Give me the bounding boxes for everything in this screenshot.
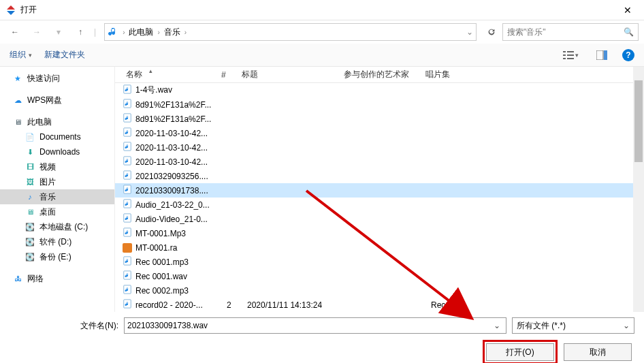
file-name: Rec 0001.mp3	[135, 257, 227, 267]
open-button[interactable]: 打开(O)	[486, 343, 554, 361]
help-button[interactable]: ?	[622, 49, 634, 61]
svg-rect-5	[567, 54, 574, 56]
drive-icon: 💽	[25, 221, 35, 232]
sidebar-item-quickaccess[interactable]: ★ 快速访问	[0, 71, 114, 86]
path-dropdown-icon[interactable]: ⌄	[466, 27, 473, 37]
search-icon[interactable]: 🔍	[624, 27, 634, 37]
cancel-button[interactable]: 取消	[564, 343, 632, 361]
chevron-right-icon: ›	[156, 29, 161, 36]
svg-marker-0	[7, 5, 15, 10]
col-artist[interactable]: 参与创作的艺术家	[340, 69, 421, 80]
chevron-right-icon: ›	[121, 29, 126, 36]
column-header: ▴ 名称 # 标题 参与创作的艺术家 唱片集	[115, 67, 644, 83]
audio-file-icon	[122, 271, 133, 282]
crumb-thispc[interactable]: 此电脑	[126, 27, 156, 38]
file-row[interactable]: 2020-11-03-10-42...	[115, 140, 644, 155]
recent-dropdown[interactable]: ▾	[49, 22, 68, 42]
organize-button[interactable]: 组织▾	[10, 49, 32, 61]
refresh-button[interactable]	[483, 24, 500, 40]
sidebar-item-desktop[interactable]: 🖥 桌面	[0, 204, 114, 219]
file-row[interactable]: Rec 0002.mp3	[115, 283, 644, 298]
filename-dropdown-icon[interactable]: ⌄	[491, 321, 503, 330]
file-row[interactable]: 20210329093256....	[115, 169, 644, 183]
audio-file-icon	[122, 300, 133, 311]
file-row[interactable]: Audio-Video_21-0...	[115, 212, 644, 226]
svg-rect-2	[563, 51, 566, 52]
file-row[interactable]: 2020-11-03-10-42...	[115, 155, 644, 169]
audio-file-icon	[122, 257, 133, 268]
file-row[interactable]: Audio_21-03-22_0...	[115, 198, 644, 212]
file-name: 20210329093256....	[135, 172, 227, 181]
preview-pane-button[interactable]	[594, 49, 610, 61]
filename-field[interactable]: ⌄	[124, 317, 506, 334]
filename-label: 文件名(N):	[10, 320, 118, 332]
audio-file-icon	[122, 142, 133, 153]
audio-file-icon	[122, 114, 133, 125]
sort-asc-icon: ▴	[149, 67, 152, 74]
svg-rect-9	[604, 50, 607, 60]
app-icon	[5, 5, 16, 16]
col-album[interactable]: 唱片集	[421, 69, 644, 80]
dialog-body: ★ 快速访问 ☁ WPS网盘 🖥 此电脑 📄 Documents ⬇ Downl…	[0, 67, 644, 312]
sidebar-item-network[interactable]: 🖧 网络	[0, 271, 114, 286]
search-box[interactable]: 🔍	[502, 23, 639, 41]
nav-separator: |	[94, 27, 96, 37]
col-number[interactable]: #	[217, 70, 238, 80]
view-mode-button[interactable]: ▾	[560, 49, 581, 61]
scrollbar-thumb[interactable]	[634, 80, 643, 162]
file-name: 20210330091738....	[135, 186, 227, 195]
sidebar-item-videos[interactable]: 🎞 视频	[0, 159, 114, 174]
breadcrumb[interactable]: › 此电脑 › 音乐 › ⌄	[104, 23, 477, 41]
file-row[interactable]: 20210330091738....	[115, 183, 644, 198]
file-row[interactable]: 2020-11-03-10-42...	[115, 126, 644, 140]
svg-rect-4	[563, 54, 566, 56]
sidebar-item-backup-e[interactable]: 💽 备份 (E:)	[0, 249, 114, 264]
toolbar: 组织▾ 新建文件夹 ▾ ?	[0, 44, 644, 67]
sidebar-item-soft-d[interactable]: 💽 软件 (D:)	[0, 234, 114, 249]
scrollbar[interactable]	[633, 67, 644, 312]
chevron-right-icon: ›	[183, 29, 188, 36]
window-title: 打开	[20, 4, 617, 16]
filetype-filter[interactable]: 所有文件 (*.*) ⌄	[512, 317, 634, 334]
file-row[interactable]: 1-4号.wav	[115, 83, 644, 97]
file-row[interactable]: Rec 0001.wav	[115, 269, 644, 283]
audio-file-icon	[122, 228, 133, 239]
sidebar-item-pictures[interactable]: 🖼 图片	[0, 174, 114, 189]
file-row[interactable]: record02 - 2020-...22020/11/11 14:13:24R…	[115, 298, 644, 312]
svg-rect-3	[567, 51, 574, 52]
file-list[interactable]: 1-4号.wav8d91%2F131a%2F...8d91%2F131a%2F.…	[115, 83, 644, 312]
file-row[interactable]: Rec 0001.mp3	[115, 255, 644, 269]
sidebar-item-local-c[interactable]: 💽 本地磁盘 (C:)	[0, 219, 114, 234]
svg-rect-6	[563, 58, 566, 59]
filename-input[interactable]	[127, 321, 491, 330]
desktop-icon: 🖥	[25, 206, 35, 217]
sidebar-item-music[interactable]: ♪ 音乐	[0, 189, 114, 204]
col-name[interactable]: ▴ 名称	[122, 69, 217, 80]
sidebar-item-wps[interactable]: ☁ WPS网盘	[0, 93, 114, 108]
search-input[interactable]	[507, 27, 624, 37]
file-row[interactable]: MT-0001.ra	[115, 240, 644, 255]
audio-file-icon	[122, 85, 133, 96]
audio-file-icon	[122, 185, 133, 196]
col-title[interactable]: 标题	[238, 69, 340, 80]
file-row[interactable]: MT-0001.Mp3	[115, 226, 644, 240]
filter-dropdown-icon[interactable]: ⌄	[623, 321, 630, 330]
file-name: 2020-11-03-10-42...	[135, 129, 227, 138]
up-button[interactable]: ↑	[71, 22, 90, 42]
sidebar-item-documents[interactable]: 📄 Documents	[0, 129, 114, 144]
sidebar-item-downloads[interactable]: ⬇ Downloads	[0, 144, 114, 159]
crumb-music[interactable]: 音乐	[161, 27, 183, 38]
file-name: 2020-11-03-10-42...	[135, 143, 227, 153]
back-button[interactable]: ←	[5, 22, 25, 42]
file-row[interactable]: 8d91%2F131a%2F...	[115, 112, 644, 126]
file-name: 1-4号.wav	[135, 84, 227, 96]
picture-icon: 🖼	[25, 176, 35, 187]
close-button[interactable]: ✕	[617, 2, 639, 18]
forward-button[interactable]: →	[27, 22, 46, 42]
file-name: 8d91%2F131a%2F...	[135, 114, 227, 124]
file-row[interactable]: 8d91%2F131a%2F...	[115, 97, 644, 112]
new-folder-button[interactable]: 新建文件夹	[44, 49, 85, 61]
sidebar-item-thispc[interactable]: 🖥 此电脑	[0, 114, 114, 129]
audio-file-icon	[122, 128, 133, 139]
file-name: 2020-11-03-10-42...	[135, 157, 227, 167]
